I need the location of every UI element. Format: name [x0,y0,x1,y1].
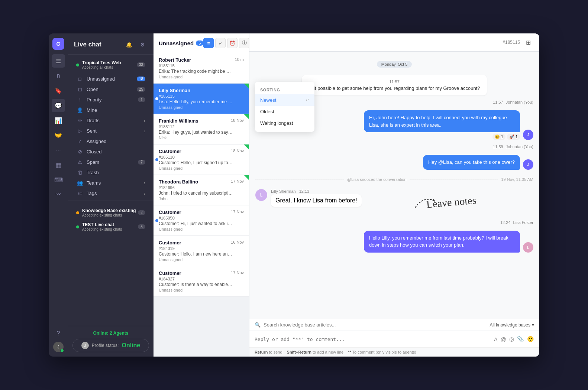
spam-badge: 7 [138,160,145,165]
chat-assignee: Nick [159,136,244,140]
kb-dropdown-button[interactable]: All knowledge bases ▾ [490,322,534,328]
drafts-icon: ✏ [76,118,84,123]
user-avatar-rail[interactable]: J [53,342,64,352]
sort-button[interactable]: ≡ [203,38,214,48]
format-text-icon[interactable]: A [494,336,498,342]
hint-shift-return: Shift+Return to add a new line [287,350,344,354]
info-circle-button[interactable]: ⓘ [239,38,249,48]
sidebar-item-test-live-chat[interactable]: TEST Live chat Accepting existing chats … [71,220,151,234]
expand-icon[interactable]: ⊞ [523,37,533,48]
chat-list-count-badge: 5 [196,40,203,46]
unread-dot [155,219,158,222]
priority-icon: ! [76,97,84,103]
mine-icon: 👤 [76,107,84,113]
sidebar-item-closed[interactable]: ⊘ Closed [71,147,151,157]
chat-assignee: Unnassigned [159,227,244,231]
chat-id: #185110 [159,155,244,159]
ticket-id: #185115 [503,40,520,45]
chat-preview: Customer: Is there a way to enable anoth… [159,282,233,287]
msg-reactions: 😊 1 🚀 1 [364,134,520,140]
chat-name: Customer [159,240,181,246]
rail-help-icon[interactable]: ? [52,327,65,340]
rail-keyboard-icon[interactable]: ⌨ [52,173,65,186]
chat-item-franklin-williams[interactable]: Franklin Williams 18 Nov #185112 Erika: … [154,114,249,144]
notes-lilly-row: L Lilly Sherman 12:13 Great, I know Lisa… [255,189,533,216]
chat-item-lilly-sherman[interactable]: Lilly Sherman #185115 Lisa: Hello Lilly,… [154,84,249,114]
rail-grid-icon[interactable]: ▦ [52,158,65,172]
status-dot-green [76,64,79,66]
online-status: Online: 2 Agents [72,331,149,336]
sidebar-item-sent[interactable]: ▷ Sent › [71,126,151,136]
sidebar-item-priority[interactable]: ! Priority 1 [71,95,151,105]
test-live-sublabel: Accepting existing chats [82,227,138,231]
kb-search-input[interactable] [264,322,487,328]
sidebar: Live chat 🔔 ⚙ Tropical Tees Web Acceptin… [68,33,154,357]
chat-item-robert-tucker[interactable]: Robert Tucker 10 m #185115 Erika: The tr… [154,53,249,84]
rail-dots-icon[interactable]: ··· [52,143,65,157]
msg-meta-johnatan-2: 11:59 Johnatan (You) [255,144,533,149]
chat-assignee: John [159,196,244,201]
lisa-sender: Lisa Foster [513,220,533,225]
reply-row: A @ ◎ 📎 🙂 [249,331,539,347]
kb-dropdown-chevron: ▾ [532,322,534,328]
chat-item-customer-184327[interactable]: Customer 17 Nov #184327 Customer: Is the… [154,266,249,297]
notes-area: Leave notes [369,189,533,216]
tags-label: Tags [87,191,144,196]
sidebar-item-knowledge-base[interactable]: Knowledge Base existing Accepting existi… [71,206,151,220]
sidebar-item-tags[interactable]: 🏷 Tags › [71,188,151,198]
hint-key-shift-return: Shift+Return [287,350,311,354]
assigned-icon: ✓ [76,139,84,144]
chat-header: #185115 ⊞ [249,33,539,52]
sidebar-item-assigned[interactable]: ✓ Assigned [71,136,151,146]
chat-list-title: Unnassigned [159,40,194,46]
rail-search-icon[interactable]: n [52,69,65,82]
clock-button[interactable]: ⏰ [227,38,238,48]
rail-chat-icon[interactable]: 💬 [52,99,65,112]
icon-rail: G ☰ n 🔖 💬 📊 🤝 ··· ▦ ⌨ 〰 ? J [49,33,68,357]
smiley-icon[interactable]: 🙂 [527,336,534,342]
hint-comment: ** To comment (only visible to agents) [348,350,416,354]
profile-status-button[interactable]: J Profile status: Online [72,339,149,352]
sidebar-item-trash[interactable]: 🗑 Trash [71,168,151,178]
chat-header-right: #185115 ⊞ [500,37,533,48]
chat-item-customer-184319[interactable]: Customer 16 Nov #184319 Customer: Hello,… [154,236,249,266]
sidebar-item-unnassigned[interactable]: □ Unnassigned 18 [71,74,151,84]
lilly-msg-text: Great, I know Lisa from before! [275,197,357,204]
rail-hand-icon[interactable]: 🤝 [52,129,65,142]
mention-icon[interactable]: @ [501,336,506,342]
emoji-icon[interactable]: ◎ [509,336,514,342]
sidebar-item-spam[interactable]: ⚠ Spam 7 [71,157,151,167]
rail-bookmark-icon[interactable]: 🔖 [52,84,65,97]
sort-option-oldest[interactable]: Oldest [255,106,314,117]
reaction-smile: 😊 1 [492,134,505,140]
sidebar-item-open[interactable]: ◻ Open 25 [71,84,151,94]
chat-input-area: 🔍 All knowledge bases ▾ A @ ◎ 📎 🙂 Ret [249,319,539,357]
rail-wave-icon[interactable]: 〰 [52,188,65,201]
drafts-arrow: › [144,118,145,123]
sidebar-item-tropical-tees[interactable]: Tropical Tees Web Accepting all chats 33 [71,58,151,72]
johnatan-avatar: J [523,130,533,140]
attachment-icon[interactable]: 📎 [517,336,524,342]
rail-chart-icon[interactable]: 📊 [52,114,65,127]
chat-item-theodora-ballino[interactable]: Theodora Ballino 17 Nov #184696 John: I … [154,175,249,205]
chat-preview: John: I tried to cancel my subscription … [159,191,233,196]
msg-time-2: 11:59 [493,144,503,149]
msg-meta-lisa: 12:24 Lisa Foster [255,220,533,225]
sort-option-waiting-longest[interactable]: Waiting longest [255,117,314,129]
reply-input[interactable] [255,337,494,342]
filter-checkmark-button[interactable]: ✓ [215,38,226,48]
chat-item-customer-185050[interactable]: Customer 17 Nov #185050 Customer: Hi, I … [154,205,249,236]
sort-newest-enter: ↵ [306,98,309,103]
sidebar-item-mine[interactable]: 👤 Mine [71,105,151,115]
sort-option-newest[interactable]: Newest ↵ [255,94,314,106]
settings-gear-icon[interactable]: ⚙ [137,39,148,50]
test-live-label: TEST Live chat [82,222,138,227]
rail-menu-icon[interactable]: ☰ [52,54,65,68]
chat-item-customer-185110[interactable]: Customer 18 Nov #185110 Customer: Hello,… [154,144,249,175]
notification-bell-icon[interactable]: 🔔 [124,39,134,50]
chat-name: Theodora Ballino [159,179,198,185]
date-badge: Monday, Oct 5 [377,61,412,68]
unnassigned-label: Unnassigned [87,76,137,82]
sidebar-item-teams[interactable]: 👥 Teams › [71,178,151,188]
sidebar-item-drafts[interactable]: ✏ Drafts › [71,116,151,126]
